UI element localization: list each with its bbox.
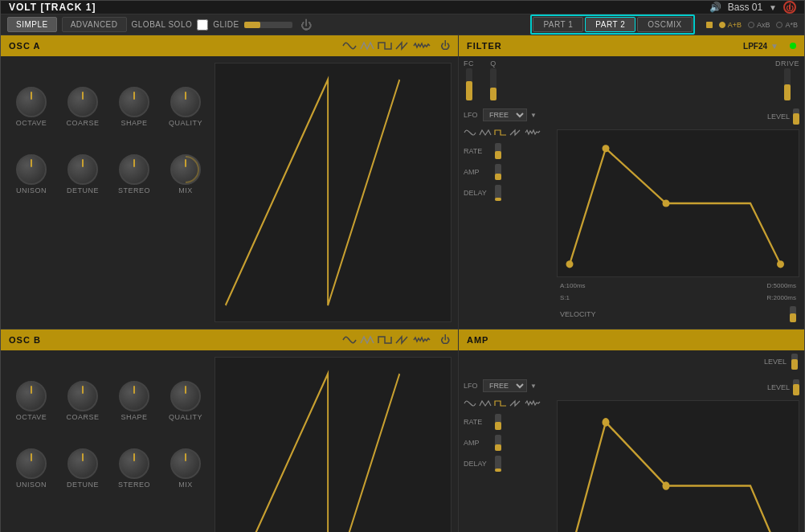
osc-a-quality-knob[interactable] [170,87,201,117]
filter-attack-label: A:100ms [560,282,586,289]
amp-lfo-sine-icon[interactable] [464,399,476,407]
osc-b-coarse-knob-item: COARSE [59,357,107,421]
amp-lfo-tri-icon[interactable] [479,399,492,407]
amp-lfo-ramp-icon[interactable] [509,399,522,407]
route-astarb[interactable]: A*B [776,21,798,29]
filter-lfo-sq-icon[interactable] [494,129,507,137]
filter-delay-label: DELAY [464,189,492,197]
osc-b-shape-knob[interactable] [119,381,149,411]
osc-b-wave-saw-icon[interactable] [395,335,410,345]
tab-part2[interactable]: PART 2 [585,17,635,32]
osc-b-wave-noise-icon[interactable] [413,335,431,345]
amp-envelope-display[interactable] [557,400,799,532]
tab-advanced[interactable]: ADVANCED [62,17,127,32]
amp-top-level-bar[interactable] [791,354,798,370]
osc-b-wave-icons [342,335,431,345]
svg-point-1 [603,145,610,152]
osc-b-octave-knob[interactable] [16,381,47,411]
app-title: VOLT [TRACK 1] [9,2,96,13]
amp-delay-bar[interactable] [495,456,501,472]
osc-a-coarse-knob[interactable] [67,87,98,117]
filter-drive-label: DRIVE [775,59,799,68]
amp-lfo-row: LFO FREE ▼ [464,378,552,394]
osc-b-mix-knob[interactable] [170,448,201,479]
osc-a-unison-knob-item: UNISON [7,130,55,194]
osc-b-stereo-knob[interactable] [119,448,149,479]
route-axb-label: AxB [757,21,770,29]
tab-oscmix[interactable]: OSCMIX [637,17,692,32]
global-solo-checkbox[interactable] [197,19,208,31]
wave-triangle-icon[interactable] [360,41,374,51]
filter-amp-bar[interactable] [495,164,501,180]
filter-level-bar[interactable] [793,108,799,125]
power-icon-top[interactable]: ⏻ [300,18,312,31]
osc-b-detune-knob[interactable] [67,448,98,479]
amp-lfo-noise-icon[interactable] [525,399,541,407]
wave-noise-icon[interactable] [413,41,431,51]
filter-envelope-display[interactable] [557,129,799,277]
filter-q-bar[interactable] [490,68,496,100]
osc-a-octave-knob[interactable] [16,87,47,117]
filter-lfo-sine-icon[interactable] [464,129,476,137]
route-aplusb[interactable]: A+B [719,21,742,29]
amp-level-bar[interactable] [793,379,799,395]
amp-delay-label: DELAY [464,460,492,468]
osc-a-mix-knob[interactable] [170,154,201,185]
osc-a-waveform-svg [215,63,451,321]
filter-lfo-tri-icon[interactable] [479,129,492,137]
filter-rate-label: RATE [464,147,492,155]
osc-b-coarse-knob[interactable] [67,381,98,411]
amp-header: AMP [459,329,804,350]
svg-point-3 [777,260,784,268]
amp-lfo-section: LFO FREE ▼ [464,378,552,532]
osc-b-wave-tri-icon[interactable] [360,335,374,345]
osc-a-stereo-knob[interactable] [119,154,149,185]
osc-a-quality-knob-item: QUALITY [161,63,210,127]
route-axb[interactable]: AxB [748,21,770,29]
filter-lfo-arrow: ▼ [530,112,537,119]
osc-b-quality-knob[interactable] [170,381,201,411]
glide-slider[interactable] [244,22,292,28]
amp-lfo-sq-icon[interactable] [494,399,507,407]
amp-amp-bar[interactable] [495,435,501,451]
osc-b-wave-sq-icon[interactable] [378,335,392,345]
part-tabs-area: PART 1 PART 2 OSCMIX [530,14,694,35]
filter-velocity-bar[interactable] [790,306,796,322]
osc-a-shape-knob[interactable] [119,87,149,117]
wave-saw-icon[interactable] [395,41,410,51]
filter-drive-bar[interactable] [784,68,791,100]
tab-part1[interactable]: PART 1 [533,17,583,32]
amp-envelope-svg [558,401,799,532]
osc-b-power-icon[interactable]: ⏻ [440,334,450,346]
filter-dropdown-arrow[interactable]: ▼ [770,42,778,51]
filter-lfo-section: LFO FREE ▼ [464,107,552,324]
filter-lfo-select[interactable]: FREE [483,108,527,121]
filter-lfo-ramp-icon[interactable] [509,129,522,137]
power-button[interactable]: ⏻ [783,1,796,14]
amp-level-label: LEVEL [767,383,790,391]
amp-rate-bar[interactable] [495,414,501,430]
amp-lfo-select[interactable]: FREE [483,379,527,392]
wave-sine-icon[interactable] [342,41,357,51]
filter-level-row: LEVEL [557,107,799,126]
amp-panel-content: LFO FREE ▼ [459,373,804,532]
filter-level-label: LEVEL [767,113,790,121]
osc-b-detune-label: DETUNE [67,481,99,489]
wave-square-icon[interactable] [378,41,392,51]
filter-panel: FILTER LPF24 ▼ FC Q [459,35,804,329]
filter-fc-bar[interactable] [466,68,472,100]
filter-rate-bar[interactable] [495,143,501,159]
osc-a-detune-knob[interactable] [67,154,98,185]
filter-lfo-noise-icon[interactable] [525,129,541,137]
osc-b-unison-knob-item: UNISON [7,424,55,489]
osc-b-wave-sine-icon[interactable] [342,335,357,345]
svg-point-6 [663,481,670,490]
osc-a-unison-knob[interactable] [16,154,47,185]
dropdown-arrow[interactable]: ▼ [769,3,777,12]
speaker-icon: 🔊 [709,2,721,13]
osc-a-power-icon[interactable]: ⏻ [440,40,450,51]
tab-simple[interactable]: SIMPLE [7,17,57,32]
osc-b-unison-knob[interactable] [16,448,47,479]
filter-decay-label: D:5000ms [767,282,796,289]
filter-delay-bar[interactable] [495,185,501,201]
